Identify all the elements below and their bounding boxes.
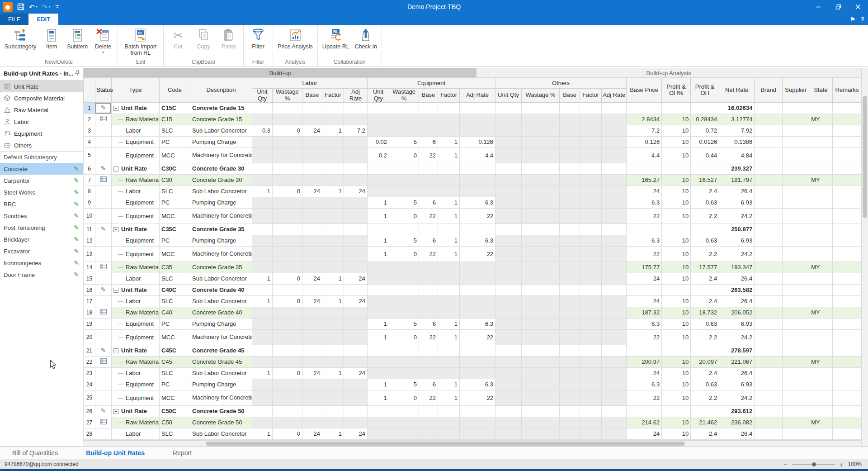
code-cell[interactable]: C15C [160, 102, 190, 114]
equip-base-cell[interactable] [419, 417, 438, 428]
equip-base-cell[interactable] [419, 174, 438, 186]
state-cell[interactable] [809, 405, 833, 417]
supplier-cell[interactable] [783, 284, 809, 295]
labor-wastage-cell[interactable] [273, 318, 302, 329]
code-cell[interactable]: C30C [160, 163, 190, 174]
equip-adj-rate-cell[interactable] [460, 367, 495, 379]
labor-adj-rate-cell[interactable] [344, 102, 368, 114]
equip-wastage-cell[interactable] [389, 405, 419, 417]
page-tab-report[interactable]: Report [173, 449, 192, 457]
base-price-cell[interactable]: 214.62 [627, 417, 662, 428]
brand-cell[interactable] [755, 329, 783, 345]
others-factor-cell[interactable] [580, 186, 602, 197]
labor-wastage-cell[interactable] [273, 345, 302, 356]
profit-oh-cell[interactable]: 21.462 [691, 417, 719, 428]
remarks-cell[interactable] [833, 262, 861, 273]
labor-adj-rate-cell[interactable]: 24 [344, 367, 368, 379]
labor-unit-qty-cell[interactable] [252, 390, 273, 405]
others-unit-qty-cell[interactable] [495, 235, 522, 246]
net-rate-cell[interactable]: 221.067 [719, 356, 755, 367]
sidebar-item-equipment[interactable]: Equipment [0, 128, 83, 139]
state-cell[interactable] [809, 390, 833, 405]
others-base-cell[interactable] [560, 345, 580, 356]
others-base-cell[interactable] [560, 307, 580, 318]
equip-unit-qty-cell[interactable] [368, 428, 389, 439]
base-price-cell[interactable]: 24 [627, 295, 662, 307]
labor-factor-cell[interactable] [322, 136, 344, 147]
labor-base-cell[interactable] [302, 208, 322, 224]
others-unit-qty-cell[interactable] [495, 163, 522, 174]
group-header-equipment[interactable]: Equipment [368, 78, 495, 89]
equip-adj-rate-cell[interactable] [460, 163, 495, 174]
equip-wastage-cell[interactable] [389, 307, 419, 318]
others-base-cell[interactable] [560, 390, 580, 405]
column-header-labor-base[interactable]: Base [302, 89, 322, 103]
equip-factor-cell[interactable]: 1 [438, 136, 460, 147]
equip-base-cell[interactable]: 22 [419, 329, 438, 345]
bookmark-icon[interactable]: ⚑ [849, 16, 855, 23]
others-unit-qty-cell[interactable] [495, 224, 522, 235]
others-adj-rate-cell[interactable] [602, 318, 627, 329]
supplier-cell[interactable] [783, 379, 809, 390]
others-base-cell[interactable] [560, 295, 580, 307]
brand-cell[interactable] [755, 417, 783, 428]
grid-row-24[interactable]: 24EquipmentPCPumping Charge15616.36.3100… [84, 379, 862, 390]
labor-factor-cell[interactable] [322, 329, 344, 345]
equip-base-cell[interactable] [419, 428, 438, 439]
equip-adj-rate-cell[interactable] [460, 345, 495, 356]
code-cell[interactable]: PC [160, 379, 190, 390]
type-cell[interactable]: Labor [112, 273, 160, 284]
type-cell[interactable]: Labor [112, 428, 160, 439]
others-unit-qty-cell[interactable] [495, 114, 522, 125]
base-price-cell[interactable]: 6.3 [627, 197, 662, 208]
equip-adj-rate-cell[interactable]: 6.3 [460, 235, 495, 246]
profit-oh-cell[interactable]: 2.2 [691, 208, 719, 224]
equip-factor-cell[interactable] [438, 186, 460, 197]
labor-factor-cell[interactable]: 1 [322, 186, 344, 197]
labor-adj-rate-cell[interactable] [344, 163, 368, 174]
type-cell[interactable]: Equipment [112, 318, 160, 329]
grid-row-20[interactable]: 20EquipmentMCCMachinery for Concreting10… [84, 329, 862, 345]
supplier-cell[interactable] [783, 114, 809, 125]
equip-wastage-cell[interactable] [389, 345, 419, 356]
page-tab-build-up-unit-rates[interactable]: Build-up Unit Rates [86, 449, 145, 457]
state-cell[interactable] [809, 224, 833, 235]
column-header-status[interactable]: Status [95, 78, 112, 103]
equip-unit-qty-cell[interactable]: 1 [368, 318, 389, 329]
others-factor-cell[interactable] [580, 273, 602, 284]
labor-factor-cell[interactable] [322, 307, 344, 318]
state-cell[interactable] [809, 284, 833, 295]
labor-unit-qty-cell[interactable]: 1 [252, 273, 273, 284]
column-header-equipment-base[interactable]: Base [419, 89, 438, 103]
others-unit-qty-cell[interactable] [495, 428, 522, 439]
profit-oh-cell[interactable] [691, 224, 719, 235]
labor-unit-qty-cell[interactable] [252, 307, 273, 318]
description-cell[interactable]: Concrete Grade 40 [190, 307, 252, 318]
labor-unit-qty-cell[interactable] [252, 379, 273, 390]
equip-adj-rate-cell[interactable] [460, 174, 495, 186]
status-cell[interactable] [95, 246, 112, 262]
others-factor-cell[interactable] [580, 174, 602, 186]
column-header-base-price[interactable]: Base Price [627, 78, 662, 103]
equip-adj-rate-cell[interactable] [460, 114, 495, 125]
labor-adj-rate-cell[interactable] [344, 379, 368, 390]
labor-factor-cell[interactable]: 1 [322, 428, 344, 439]
others-wastage-cell[interactable] [522, 318, 560, 329]
description-cell[interactable]: Sub Labor Concretor [190, 125, 252, 136]
state-cell[interactable] [809, 273, 833, 284]
others-factor-cell[interactable] [580, 295, 602, 307]
equip-unit-qty-cell[interactable] [368, 345, 389, 356]
labor-adj-rate-cell[interactable]: 7.2 [344, 125, 368, 136]
status-cell[interactable] [95, 235, 112, 246]
equip-unit-qty-cell[interactable] [368, 262, 389, 273]
equip-wastage-cell[interactable] [389, 367, 419, 379]
others-adj-rate-cell[interactable] [602, 114, 627, 125]
equip-factor-cell[interactable] [438, 356, 460, 367]
zoom-in-button[interactable]: + [840, 461, 844, 468]
others-unit-qty-cell[interactable] [495, 284, 522, 295]
group-header-others[interactable]: Others [495, 78, 627, 89]
row-number[interactable]: 24 [84, 379, 95, 390]
remarks-cell[interactable] [833, 329, 861, 345]
grid-row-9[interactable]: 9EquipmentPCPumping Charge15616.36.3100.… [84, 197, 862, 208]
net-rate-cell[interactable]: 16.02634 [719, 102, 755, 114]
